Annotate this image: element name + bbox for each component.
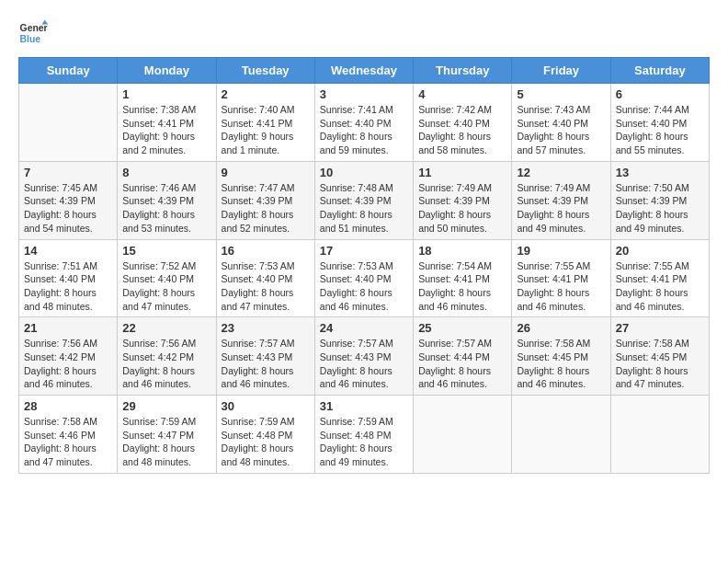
day-number: 22	[122, 321, 210, 335]
calendar-cell: 5Sunrise: 7:43 AMSunset: 4:40 PMDaylight…	[512, 84, 610, 162]
day-number: 4	[418, 87, 506, 101]
calendar-cell: 11Sunrise: 7:49 AMSunset: 4:39 PMDayligh…	[414, 161, 512, 239]
day-info: Sunrise: 7:53 AMSunset: 4:40 PMDaylight:…	[320, 259, 408, 314]
calendar-cell: 10Sunrise: 7:48 AMSunset: 4:39 PMDayligh…	[314, 161, 413, 239]
calendar-week-row: 14Sunrise: 7:51 AMSunset: 4:40 PMDayligh…	[19, 239, 710, 317]
day-number: 10	[320, 166, 408, 179]
calendar-cell: 1Sunrise: 7:38 AMSunset: 4:41 PMDaylight…	[118, 84, 216, 162]
calendar-cell: 6Sunrise: 7:44 AMSunset: 4:40 PMDaylight…	[610, 84, 709, 162]
day-number: 2	[222, 87, 310, 101]
day-info: Sunrise: 7:42 AMSunset: 4:40 PMDaylight:…	[418, 103, 506, 157]
day-info: Sunrise: 7:55 AMSunset: 4:41 PMDaylight:…	[517, 259, 605, 314]
day-info: Sunrise: 7:58 AMSunset: 4:45 PMDaylight:…	[616, 337, 704, 391]
day-number: 23	[222, 321, 310, 335]
calendar-cell: 30Sunrise: 7:59 AMSunset: 4:48 PMDayligh…	[216, 396, 314, 474]
day-header-saturday: Saturday	[610, 58, 709, 84]
calendar-cell: 12Sunrise: 7:49 AMSunset: 4:39 PMDayligh…	[512, 161, 610, 239]
day-number: 26	[517, 321, 605, 335]
calendar-cell: 14Sunrise: 7:51 AMSunset: 4:40 PMDayligh…	[19, 239, 118, 317]
day-number: 27	[616, 321, 704, 335]
day-header-wednesday: Wednesday	[314, 58, 413, 84]
day-number: 17	[320, 244, 408, 258]
day-info: Sunrise: 7:41 AMSunset: 4:40 PMDaylight:…	[320, 103, 408, 157]
day-header-tuesday: Tuesday	[216, 58, 314, 84]
calendar-week-row: 1Sunrise: 7:38 AMSunset: 4:41 PMDaylight…	[19, 84, 710, 162]
calendar-cell	[414, 396, 512, 474]
day-number: 24	[320, 321, 408, 335]
day-number: 6	[616, 87, 704, 101]
day-info: Sunrise: 7:56 AMSunset: 4:42 PMDaylight:…	[122, 337, 210, 391]
logo: General Blue	[18, 18, 48, 48]
calendar-cell: 2Sunrise: 7:40 AMSunset: 4:41 PMDaylight…	[216, 84, 314, 162]
day-info: Sunrise: 7:48 AMSunset: 4:39 PMDaylight:…	[320, 181, 408, 236]
day-info: Sunrise: 7:46 AMSunset: 4:39 PMDaylight:…	[122, 181, 210, 236]
calendar-cell: 31Sunrise: 7:59 AMSunset: 4:48 PMDayligh…	[314, 396, 413, 474]
calendar-cell: 25Sunrise: 7:57 AMSunset: 4:44 PMDayligh…	[414, 317, 512, 396]
calendar-cell: 13Sunrise: 7:50 AMSunset: 4:39 PMDayligh…	[610, 161, 709, 239]
calendar-cell: 23Sunrise: 7:57 AMSunset: 4:43 PMDayligh…	[216, 317, 314, 396]
day-number: 19	[517, 244, 605, 258]
calendar-cell: 20Sunrise: 7:55 AMSunset: 4:41 PMDayligh…	[610, 239, 709, 317]
day-info: Sunrise: 7:47 AMSunset: 4:39 PMDaylight:…	[222, 181, 310, 236]
day-info: Sunrise: 7:59 AMSunset: 4:48 PMDaylight:…	[320, 415, 408, 469]
calendar-cell: 16Sunrise: 7:53 AMSunset: 4:40 PMDayligh…	[216, 239, 314, 317]
day-number: 31	[320, 399, 408, 413]
day-number: 28	[24, 399, 112, 413]
calendar-week-row: 7Sunrise: 7:45 AMSunset: 4:39 PMDaylight…	[19, 161, 710, 239]
day-number: 16	[222, 244, 310, 258]
day-info: Sunrise: 7:49 AMSunset: 4:39 PMDaylight:…	[517, 181, 605, 236]
day-number: 8	[122, 166, 210, 179]
day-header-thursday: Thursday	[414, 58, 512, 84]
day-info: Sunrise: 7:45 AMSunset: 4:39 PMDaylight:…	[24, 181, 112, 236]
day-number: 18	[418, 244, 506, 258]
day-header-friday: Friday	[512, 58, 610, 84]
day-info: Sunrise: 7:59 AMSunset: 4:48 PMDaylight:…	[222, 415, 310, 469]
calendar-cell: 3Sunrise: 7:41 AMSunset: 4:40 PMDaylight…	[314, 84, 413, 162]
day-number: 1	[122, 87, 210, 101]
calendar-cell	[512, 396, 610, 474]
day-number: 5	[517, 87, 605, 101]
calendar-cell: 15Sunrise: 7:52 AMSunset: 4:40 PMDayligh…	[118, 239, 216, 317]
day-info: Sunrise: 7:58 AMSunset: 4:46 PMDaylight:…	[24, 415, 112, 469]
day-info: Sunrise: 7:40 AMSunset: 4:41 PMDaylight:…	[222, 103, 310, 157]
day-info: Sunrise: 7:38 AMSunset: 4:41 PMDaylight:…	[122, 103, 210, 157]
day-info: Sunrise: 7:59 AMSunset: 4:47 PMDaylight:…	[122, 415, 210, 469]
calendar-cell: 4Sunrise: 7:42 AMSunset: 4:40 PMDaylight…	[414, 84, 512, 162]
day-number: 25	[418, 321, 506, 335]
day-info: Sunrise: 7:57 AMSunset: 4:43 PMDaylight:…	[222, 337, 310, 391]
logo-icon: General Blue	[18, 18, 48, 48]
day-number: 3	[320, 87, 408, 101]
day-info: Sunrise: 7:52 AMSunset: 4:40 PMDaylight:…	[122, 259, 210, 314]
page-header: General Blue	[18, 18, 710, 48]
calendar-cell	[19, 84, 118, 162]
svg-text:Blue: Blue	[20, 34, 41, 44]
day-info: Sunrise: 7:43 AMSunset: 4:40 PMDaylight:…	[517, 103, 605, 157]
day-info: Sunrise: 7:57 AMSunset: 4:43 PMDaylight:…	[320, 337, 408, 391]
calendar-cell: 7Sunrise: 7:45 AMSunset: 4:39 PMDaylight…	[19, 161, 118, 239]
calendar-cell: 18Sunrise: 7:54 AMSunset: 4:41 PMDayligh…	[414, 239, 512, 317]
day-number: 14	[24, 244, 112, 258]
day-number: 30	[222, 399, 310, 413]
calendar-cell: 19Sunrise: 7:55 AMSunset: 4:41 PMDayligh…	[512, 239, 610, 317]
calendar-week-row: 21Sunrise: 7:56 AMSunset: 4:42 PMDayligh…	[19, 317, 710, 396]
day-number: 21	[24, 321, 112, 335]
day-info: Sunrise: 7:56 AMSunset: 4:42 PMDaylight:…	[24, 337, 112, 391]
day-number: 20	[616, 244, 704, 258]
day-info: Sunrise: 7:51 AMSunset: 4:40 PMDaylight:…	[24, 259, 112, 314]
day-header-sunday: Sunday	[19, 58, 118, 84]
day-number: 13	[616, 166, 704, 179]
day-info: Sunrise: 7:50 AMSunset: 4:39 PMDaylight:…	[616, 181, 704, 236]
day-info: Sunrise: 7:44 AMSunset: 4:40 PMDaylight:…	[616, 103, 704, 157]
day-number: 29	[122, 399, 210, 413]
day-info: Sunrise: 7:53 AMSunset: 4:40 PMDaylight:…	[222, 259, 310, 314]
calendar-week-row: 28Sunrise: 7:58 AMSunset: 4:46 PMDayligh…	[19, 396, 710, 474]
calendar-table: SundayMondayTuesdayWednesdayThursdayFrid…	[18, 57, 710, 474]
calendar-cell: 28Sunrise: 7:58 AMSunset: 4:46 PMDayligh…	[19, 396, 118, 474]
calendar-cell	[610, 396, 709, 474]
calendar-cell: 21Sunrise: 7:56 AMSunset: 4:42 PMDayligh…	[19, 317, 118, 396]
day-info: Sunrise: 7:49 AMSunset: 4:39 PMDaylight:…	[418, 181, 506, 236]
calendar-cell: 22Sunrise: 7:56 AMSunset: 4:42 PMDayligh…	[118, 317, 216, 396]
calendar-cell: 27Sunrise: 7:58 AMSunset: 4:45 PMDayligh…	[610, 317, 709, 396]
calendar-cell: 9Sunrise: 7:47 AMSunset: 4:39 PMDaylight…	[216, 161, 314, 239]
day-header-monday: Monday	[118, 58, 216, 84]
